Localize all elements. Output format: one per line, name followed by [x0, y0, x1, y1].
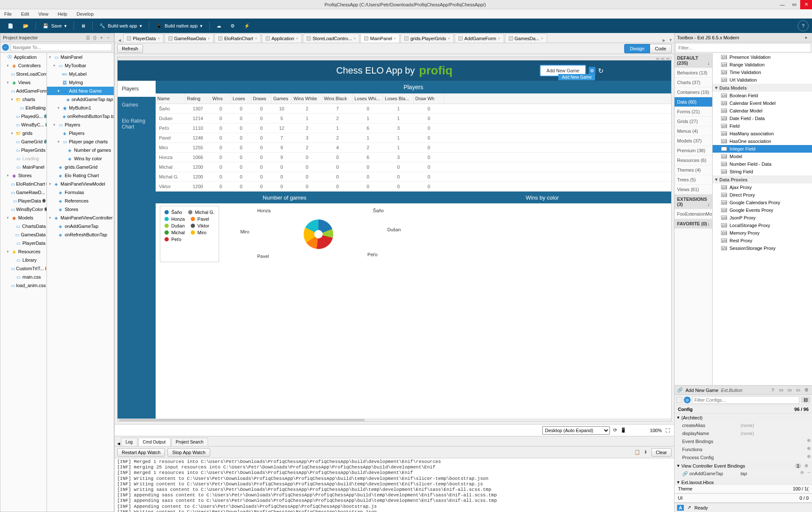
toolbox-item[interactable]: 123String Field — [713, 168, 812, 175]
copy-icon[interactable]: 📋 — [634, 449, 640, 455]
output-tab-search[interactable]: Project Search — [171, 438, 208, 446]
save-button[interactable]: 💾Save▾ — [38, 20, 71, 31]
build-native-button[interactable]: 📱Build native app▾ — [152, 20, 207, 31]
toolbox-item[interactable]: 123Memory Proxy — [713, 229, 812, 237]
table-row[interactable]: Pavel1248000732110 — [156, 133, 671, 143]
menu-file[interactable]: File — [2, 11, 14, 17]
table-row[interactable]: Michal1200000000000 — [156, 162, 671, 172]
output-tab-log[interactable]: Log — [121, 438, 137, 446]
flash-button[interactable]: ⚡ — [240, 20, 254, 31]
remove-icon[interactable]: ⊖ — [798, 470, 805, 478]
nav-elo[interactable]: Elo Rating Chart — [118, 113, 156, 135]
col-header[interactable]: Wins — [211, 93, 231, 104]
category-themes[interactable]: Themes (4) — [675, 165, 712, 175]
arrow-icon[interactable]: → — [805, 470, 812, 478]
build-web-button[interactable]: 🔧Build web app▾ — [95, 20, 146, 31]
menu-help[interactable]: Help — [55, 11, 70, 17]
table-row[interactable]: Dušan1214000512110 — [156, 114, 671, 123]
table-row[interactable]: Peťo11100001221630 — [156, 123, 671, 133]
checkbox-icon[interactable] — [676, 397, 682, 403]
group-data-models[interactable]: ▾Data Models — [713, 84, 812, 92]
menu-view[interactable]: View — [36, 11, 51, 17]
col-header[interactable]: Wins Black — [322, 93, 353, 104]
tab-storeloadcontro[interactable]: StoreLoadContro...× — [303, 33, 359, 43]
refresh-button[interactable]: Refresh — [117, 44, 143, 53]
table-row[interactable]: Viktor1200000000000 — [156, 182, 671, 192]
navigate-input[interactable] — [11, 44, 112, 51]
rotate-icon[interactable]: ⟳ — [613, 427, 617, 433]
col-header[interactable]: Name — [156, 93, 185, 104]
toolbox-item[interactable]: 123Number Field - Data — [713, 160, 812, 168]
refresh-icon[interactable]: ↻ — [598, 67, 604, 75]
group-vc-bindings[interactable]: ▾View Controller Event Bindings1⊕ — [675, 462, 812, 470]
toolbox-item[interactable]: 123Google Calendars Proxy — [713, 199, 812, 206]
help-button[interactable]: ? — [798, 20, 809, 31]
nav-games[interactable]: Games — [118, 97, 156, 113]
close-icon[interactable]: × — [394, 36, 396, 41]
close-icon[interactable]: × — [498, 36, 500, 41]
toolbox-item[interactable]: 123Calendar Model — [713, 107, 812, 115]
toolbox-item[interactable]: 123Rest Proxy — [713, 237, 812, 244]
cloud-button[interactable]: ☁ — [212, 20, 225, 31]
table-row[interactable]: Miro1255000924210 — [156, 143, 671, 153]
a-icon[interactable]: A — [677, 505, 684, 511]
help-icon[interactable]: ? — [770, 387, 776, 393]
close-icon[interactable]: × — [296, 36, 298, 41]
tab-application[interactable]: Application× — [262, 33, 302, 43]
minimize-button[interactable]: — — [776, 0, 788, 9]
col-header[interactable]: Loses Bla... — [383, 93, 414, 104]
code-button[interactable]: Code — [650, 44, 672, 53]
col-header[interactable]: Wins White — [292, 93, 322, 104]
project-tree[interactable]: ⒶApplication ▾◉Controllers ▭StoreLoadCon… — [0, 53, 47, 512]
toolbox-item[interactable]: 123LocalStorage Proxy — [713, 222, 812, 229]
category-charts[interactable]: Charts (37) — [675, 78, 712, 88]
expand-icon[interactable]: ⛶ — [665, 428, 670, 433]
table-row[interactable]: Šaňo13070001027010 — [156, 104, 671, 114]
close-icon[interactable]: × — [255, 36, 257, 41]
close-icon[interactable]: × — [354, 36, 356, 41]
config-filter-input[interactable] — [692, 396, 799, 404]
category-list[interactable]: DEFAULT (235)↓Behaviors (13)Charts (37)C… — [675, 53, 713, 385]
gear-icon[interactable]: ⚙ — [804, 387, 809, 393]
category-data[interactable]: Data (60) — [675, 97, 712, 107]
nav-back-icon[interactable]: ← — [2, 44, 9, 51]
toolbox-item[interactable]: 123JsonP Proxy — [713, 214, 812, 222]
output-tab-cmd[interactable]: Cmd Output — [138, 438, 170, 446]
category-views[interactable]: Views (61) — [675, 185, 712, 194]
category-trees[interactable]: Trees (5) — [675, 175, 712, 185]
col-header[interactable]: Loses — [231, 93, 251, 104]
close-icon[interactable]: × — [541, 36, 543, 41]
new-button[interactable]: 📄 — [3, 20, 18, 31]
category-favorite[interactable]: FAVORITE (0)↓ — [675, 219, 712, 229]
col-header[interactable]: Draw Wh — [414, 93, 444, 104]
toolbox-item[interactable]: 123Model — [713, 153, 812, 160]
toolbox-item[interactable]: 123Presence Validation — [713, 53, 812, 61]
design-button[interactable]: Design — [624, 44, 650, 53]
tab-gridsplayergrids[interactable]: grids.PlayerGrids× — [401, 33, 454, 43]
players-grid[interactable]: NameRatingWinsLosesDrawsGamesWins WhiteW… — [156, 93, 671, 192]
toolbox-item[interactable]: 123HasOne association — [713, 137, 812, 145]
category-extensions[interactable]: EXTENSIONS (3)↓ — [675, 194, 712, 209]
menu-edit[interactable]: Edit — [19, 11, 32, 17]
tool-icon[interactable]: ▭ — [795, 387, 801, 393]
toolbox-item[interactable]: 123HasMany association — [713, 130, 812, 137]
toolbox-items[interactable]: 123Presence Validation123Range Validatio… — [713, 53, 812, 385]
stop-watch-button[interactable]: Stop App Watch — [167, 448, 210, 457]
toolbox-item[interactable]: 123Calendar Event Model — [713, 99, 812, 107]
tab-mainpanel[interactable]: MainPanel× — [360, 33, 400, 43]
device-select[interactable]: Desktop (Auto Expand) — [542, 426, 610, 435]
group-extlayout[interactable]: ▾Ext.layout.Hbox — [675, 478, 812, 484]
category-fooextensionmod...[interactable]: FooExtensionMod... — [675, 209, 712, 219]
tab-gamerawdata[interactable]: GameRawData× — [165, 33, 214, 43]
clear-button[interactable]: Clear — [651, 448, 672, 457]
toolbox-item[interactable]: 123Range Validation — [713, 61, 812, 68]
category-grids[interactable]: Grids (27) — [675, 117, 712, 126]
add-icon[interactable]: ⊕ — [805, 446, 812, 453]
close-button[interactable]: ✕ — [800, 0, 812, 9]
category-premium[interactable]: Premium (38) — [675, 146, 712, 156]
col-header[interactable]: Draws — [251, 93, 272, 104]
tab-next-icon[interactable]: ► — [661, 38, 667, 43]
minus-icon[interactable]: − — [105, 35, 111, 41]
toolbox-item[interactable]: 123Boolean Field — [713, 92, 812, 99]
gear-icon[interactable]: ⚙ — [589, 67, 595, 75]
